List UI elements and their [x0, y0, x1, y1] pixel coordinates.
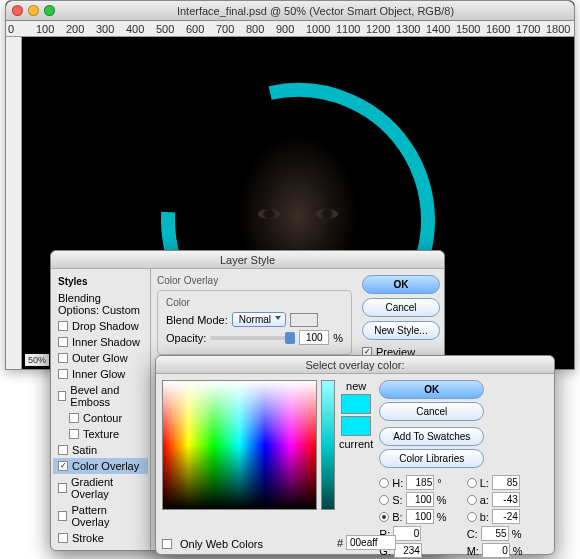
color-spectrum[interactable]	[162, 380, 317, 510]
color-libraries-button[interactable]: Color Libraries	[379, 449, 484, 468]
vertical-ruler	[6, 37, 22, 369]
overlay-color-swatch[interactable]	[290, 313, 318, 327]
picker-title: Select overlay color:	[156, 356, 554, 374]
style-inner-glow[interactable]: Inner Glow	[53, 366, 148, 382]
h-input[interactable]	[406, 475, 434, 490]
close-icon[interactable]	[12, 5, 23, 16]
hex-input[interactable]	[346, 535, 396, 550]
r-input[interactable]	[393, 526, 421, 541]
m-input[interactable]	[482, 543, 510, 558]
style-inner-shadow[interactable]: Inner Shadow	[53, 334, 148, 350]
style-stroke[interactable]: Stroke	[53, 530, 148, 546]
g-input[interactable]	[394, 543, 422, 558]
hue-slider[interactable]	[321, 380, 335, 510]
picker-cancel-button[interactable]: Cancel	[379, 402, 484, 421]
opacity-input[interactable]	[299, 330, 329, 345]
new-style-button[interactable]: New Style...	[362, 321, 440, 340]
s-radio[interactable]	[379, 495, 389, 505]
style-texture[interactable]: Texture	[53, 426, 148, 442]
zoom-icon[interactable]	[44, 5, 55, 16]
add-swatch-button[interactable]: Add To Swatches	[379, 427, 484, 446]
ok-button[interactable]: OK	[362, 275, 440, 294]
titlebar: Interface_final.psd @ 50% (Vector Smart …	[6, 1, 574, 21]
b-input[interactable]	[406, 509, 434, 524]
traffic-lights	[12, 5, 55, 16]
blend-mode-select[interactable]: Normal	[232, 312, 286, 327]
l-radio[interactable]	[467, 478, 477, 488]
minimize-icon[interactable]	[28, 5, 39, 16]
zoom-level: 50%	[25, 354, 49, 366]
lab-b-radio[interactable]	[467, 512, 477, 522]
web-colors-checkbox[interactable]	[162, 539, 172, 549]
h-radio[interactable]	[379, 478, 389, 488]
blending-options[interactable]: Blending Options: Custom	[53, 290, 148, 318]
cancel-button[interactable]: Cancel	[362, 298, 440, 317]
a-radio[interactable]	[467, 495, 477, 505]
lab-b-input[interactable]	[492, 509, 520, 524]
style-color-overlay[interactable]: Color Overlay	[53, 458, 148, 474]
style-gradient-overlay[interactable]: Gradient Overlay	[53, 474, 148, 502]
opacity-slider[interactable]	[210, 336, 295, 340]
horizontal-ruler: 0100200300400500600700800900100011001200…	[6, 21, 574, 37]
b-radio[interactable]	[379, 512, 389, 522]
dialog-title: Layer Style	[51, 251, 444, 269]
current-color-swatch[interactable]	[341, 416, 371, 436]
style-drop-shadow[interactable]: Drop Shadow	[53, 318, 148, 334]
c-input[interactable]	[481, 526, 509, 541]
style-bevel-emboss[interactable]: Bevel and Emboss	[53, 382, 148, 410]
s-input[interactable]	[406, 492, 434, 507]
a-input[interactable]	[492, 492, 520, 507]
new-color-swatch	[341, 394, 371, 414]
picker-ok-button[interactable]: OK	[379, 380, 484, 399]
style-satin[interactable]: Satin	[53, 442, 148, 458]
style-pattern-overlay[interactable]: Pattern Overlay	[53, 502, 148, 530]
window-title: Interface_final.psd @ 50% (Vector Smart …	[63, 5, 568, 17]
style-outer-glow[interactable]: Outer Glow	[53, 350, 148, 366]
styles-list: Styles Blending Options: Custom Drop Sha…	[51, 269, 151, 550]
color-picker-dialog: Select overlay color: new current OK Can…	[155, 355, 555, 555]
l-input[interactable]	[492, 475, 520, 490]
style-contour[interactable]: Contour	[53, 410, 148, 426]
